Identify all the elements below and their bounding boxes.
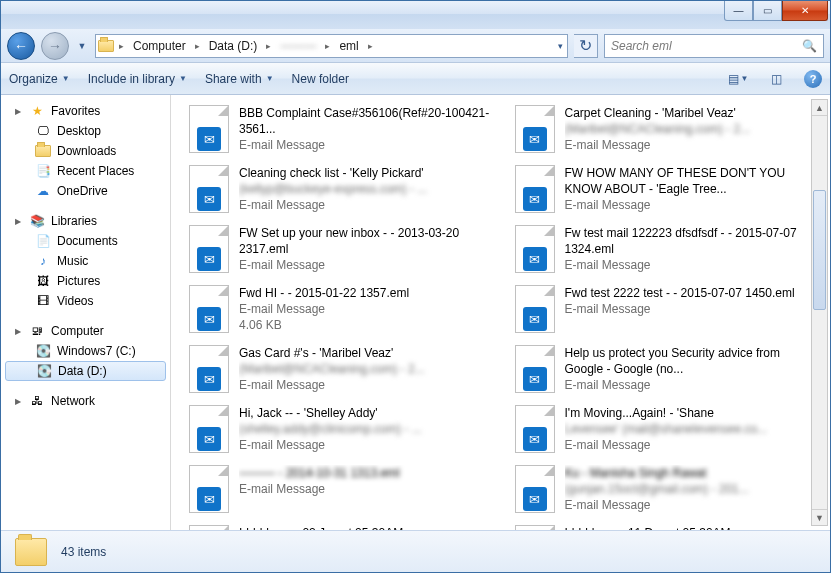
eml-file-icon <box>189 285 231 335</box>
file-sub: Levensee' (mail@shanelevensee.co... <box>565 421 821 437</box>
maximize-button[interactable]: ▭ <box>753 1 782 21</box>
file-item[interactable]: Fwd test 2222 test - - 2015-07-07 1450.e… <box>509 281 827 339</box>
file-item[interactable]: BBB Complaint Case#356106(Ref#20-100421-… <box>183 101 501 159</box>
computer-icon: 🖳 <box>29 323 45 339</box>
minimize-button[interactable]: — <box>724 1 753 21</box>
scrollbar[interactable]: ▲ ▼ <box>811 99 828 526</box>
include-library-button[interactable]: Include in library▼ <box>88 72 187 86</box>
address-dropdown-icon[interactable]: ▾ <box>553 36 567 56</box>
documents-icon: 📄 <box>35 233 51 249</box>
file-type: E-mail Message <box>565 437 821 453</box>
file-item[interactable]: Iddddaa on 11 Dec at 05 30AM - - <box>509 521 827 530</box>
titlebar[interactable]: — ▭ ✕ <box>1 1 830 29</box>
scroll-thumb[interactable] <box>813 190 826 310</box>
libraries-icon: 📚 <box>29 213 45 229</box>
sidebar-item-onedrive[interactable]: ☁OneDrive <box>1 181 170 201</box>
file-item[interactable]: Gas Card #'s - 'Maribel Veaz'(Maribel@NC… <box>183 341 501 399</box>
view-options-button[interactable]: ▤▼ <box>728 69 748 89</box>
chevron-right-icon[interactable]: ▸ <box>263 41 274 51</box>
chevron-right-icon[interactable]: ▸ <box>322 41 333 51</box>
scroll-up-icon[interactable]: ▲ <box>812 100 827 116</box>
search-input[interactable]: Search eml 🔍 <box>604 34 824 58</box>
file-item[interactable]: Fwd HI - - 2015-01-22 1357.emlE-mail Mes… <box>183 281 501 339</box>
file-name: Fwd test 2222 test - - 2015-07-07 1450.e… <box>565 285 821 301</box>
crumb-eml[interactable]: eml <box>333 35 364 57</box>
file-name: Iddddaa on 11 Dec at 05 30AM - - <box>565 525 821 530</box>
file-sub: (kellyp@buckeye-express.com) - ... <box>239 181 495 197</box>
history-dropdown-icon[interactable]: ▼ <box>75 36 89 56</box>
eml-file-icon <box>189 405 231 455</box>
file-item[interactable]: FW Set up your new inbox - - 2013-03-20 … <box>183 221 501 279</box>
address-bar[interactable]: ▸ Computer ▸ Data (D:) ▸ ——— ▸ eml ▸ ▾ <box>95 34 568 58</box>
libraries-group[interactable]: ▶📚Libraries <box>1 211 170 231</box>
file-item[interactable]: Help us protect you Security advice from… <box>509 341 827 399</box>
videos-icon: 🎞 <box>35 293 51 309</box>
eml-file-icon <box>515 525 557 530</box>
eml-file-icon <box>189 525 231 530</box>
crumb-computer[interactable]: Computer <box>127 35 192 57</box>
eml-file-icon <box>189 105 231 155</box>
sidebar-item-documents[interactable]: 📄Documents <box>1 231 170 251</box>
eml-file-icon <box>515 465 557 515</box>
file-item[interactable]: Ku - Manisha Singh Rawat(gunjan.15oct@gm… <box>509 461 827 519</box>
file-item[interactable]: Hi, Jack -- - 'Shelley Addy'(shelley.add… <box>183 401 501 459</box>
file-sub: (gunjan.15oct@gmail.com) - 201... <box>565 481 821 497</box>
chevron-right-icon[interactable]: ▸ <box>192 41 203 51</box>
sidebar-item-recent[interactable]: 📑Recent Places <box>1 161 170 181</box>
crumb-blurred[interactable]: ——— <box>274 35 322 57</box>
file-name: Ku - Manisha Singh Rawat <box>565 465 821 481</box>
file-area[interactable]: BBB Complaint Case#356106(Ref#20-100421-… <box>171 95 830 530</box>
close-button[interactable]: ✕ <box>782 1 828 21</box>
chevron-down-icon: ▼ <box>62 74 70 83</box>
file-item[interactable]: Fw test mail 122223 dfsdfsdf - - 2015-07… <box>509 221 827 279</box>
file-name: Hi, Jack -- - 'Shelley Addy' <box>239 405 495 421</box>
file-sub: (Maribel@NCACleaning.com) - 2... <box>239 361 495 377</box>
sidebar-item-videos[interactable]: 🎞Videos <box>1 291 170 311</box>
eml-file-icon <box>515 405 557 455</box>
file-item[interactable]: FW HOW MANY OF THESE DON'T YOU KNOW ABOU… <box>509 161 827 219</box>
forward-button[interactable]: → <box>41 32 69 60</box>
sidebar-item-c-drive[interactable]: 💽Windows7 (C:) <box>1 341 170 361</box>
help-button[interactable]: ? <box>804 70 822 88</box>
music-icon: ♪ <box>35 253 51 269</box>
folder-icon <box>15 538 47 566</box>
file-item[interactable]: Carpet Cleaning - 'Maribel Veaz'(Maribel… <box>509 101 827 159</box>
eml-file-icon <box>189 165 231 215</box>
file-name: Iddddaa on 02 Jan at 05 30AM - - <box>239 525 495 530</box>
file-name: Gas Card #'s - 'Maribel Veaz' <box>239 345 495 361</box>
network-group[interactable]: ▶🖧Network <box>1 391 170 411</box>
chevron-down-icon: ▼ <box>266 74 274 83</box>
chevron-right-icon[interactable]: ▸ <box>116 41 127 51</box>
downloads-icon <box>35 143 51 159</box>
organize-button[interactable]: Organize▼ <box>9 72 70 86</box>
file-name: BBB Complaint Case#356106(Ref#20-100421-… <box>239 105 495 137</box>
back-button[interactable]: ← <box>7 32 35 60</box>
desktop-icon: 🖵 <box>35 123 51 139</box>
file-type: E-mail Message <box>239 301 495 317</box>
file-item[interactable]: Iddddaa on 02 Jan at 05 30AM - - <box>183 521 501 530</box>
file-sub: (Maribel@NCACleaning.com) - 2... <box>565 121 821 137</box>
favorites-group[interactable]: ▶★Favorites <box>1 101 170 121</box>
file-name: FW Set up your new inbox - - 2013-03-20 … <box>239 225 495 257</box>
sidebar-item-pictures[interactable]: 🖼Pictures <box>1 271 170 291</box>
file-item[interactable]: I'm Moving...Again! - 'ShaneLevensee' (m… <box>509 401 827 459</box>
sidebar-item-d-drive[interactable]: 💽Data (D:) <box>5 361 166 381</box>
crumb-drive[interactable]: Data (D:) <box>203 35 264 57</box>
chevron-right-icon[interactable]: ▸ <box>365 41 376 51</box>
sidebar-item-desktop[interactable]: 🖵Desktop <box>1 121 170 141</box>
file-name: Help us protect you Security advice from… <box>565 345 821 377</box>
file-type: E-mail Message <box>239 257 495 273</box>
file-item[interactable]: ——— - 2014-10-31 1313.emlE-mail Message <box>183 461 501 519</box>
file-item[interactable]: Cleaning check list - 'Kelly Pickard'(ke… <box>183 161 501 219</box>
refresh-button[interactable]: ↻ <box>574 34 598 58</box>
share-with-button[interactable]: Share with▼ <box>205 72 274 86</box>
sidebar-item-downloads[interactable]: Downloads <box>1 141 170 161</box>
explorer-window: — ▭ ✕ ← → ▼ ▸ Computer ▸ Data (D:) ▸ ———… <box>0 0 831 573</box>
drive-icon: 💽 <box>35 343 51 359</box>
preview-pane-button[interactable]: ◫ <box>766 69 786 89</box>
sidebar-item-music[interactable]: ♪Music <box>1 251 170 271</box>
search-icon: 🔍 <box>802 39 817 53</box>
new-folder-button[interactable]: New folder <box>292 72 349 86</box>
scroll-down-icon[interactable]: ▼ <box>812 509 827 525</box>
computer-group[interactable]: ▶🖳Computer <box>1 321 170 341</box>
